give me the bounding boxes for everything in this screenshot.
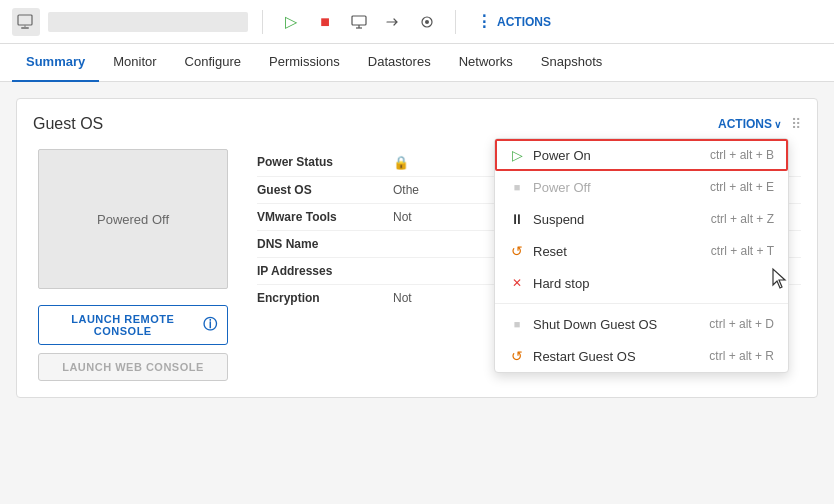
reset-shortcut: ctrl + alt + T bbox=[711, 244, 774, 258]
svg-rect-0 bbox=[18, 15, 32, 25]
shutdown-guest-icon: ■ bbox=[509, 316, 525, 332]
power-off-label: Power Off bbox=[533, 180, 591, 195]
card-header: Guest OS ACTIONS ∨ ⠿ bbox=[33, 115, 801, 133]
divider bbox=[262, 10, 263, 34]
power-status-value: 🔒 bbox=[393, 155, 409, 170]
menu-item-shutdown-guest-left: ■ Shut Down Guest OS bbox=[509, 316, 657, 332]
restart-guest-shortcut: ctrl + alt + R bbox=[709, 349, 774, 363]
grid-icon[interactable]: ⠿ bbox=[791, 116, 801, 132]
info-icon: ⓘ bbox=[203, 316, 218, 334]
card-header-right: ACTIONS ∨ ⠿ bbox=[718, 116, 801, 132]
menu-item-restart-guest-left: ↺ Restart Guest OS bbox=[509, 348, 636, 364]
launch-web-label: LAUNCH WEB CONSOLE bbox=[62, 361, 204, 373]
guest-os-value: Othe bbox=[393, 183, 419, 197]
menu-item-shutdown-guest[interactable]: ■ Shut Down Guest OS ctrl + alt + D bbox=[495, 308, 788, 340]
vm-name bbox=[48, 12, 248, 32]
encryption-value: Not bbox=[393, 291, 412, 305]
reset-icon: ↺ bbox=[509, 243, 525, 259]
migrate-button[interactable] bbox=[379, 8, 407, 36]
svg-rect-1 bbox=[21, 27, 29, 29]
actions-button[interactable]: ⋮ ACTIONS bbox=[470, 8, 557, 35]
play-button[interactable]: ▷ bbox=[277, 8, 305, 36]
dns-name-label: DNS Name bbox=[257, 237, 377, 251]
menu-item-reset[interactable]: ↺ Reset ctrl + alt + T bbox=[495, 235, 788, 267]
main-content: Guest OS ACTIONS ∨ ⠿ Powered Off LAUNCH … bbox=[0, 82, 834, 504]
power-on-shortcut: ctrl + alt + B bbox=[710, 148, 774, 162]
menu-item-reset-left: ↺ Reset bbox=[509, 243, 567, 259]
tab-snapshots[interactable]: Snapshots bbox=[527, 44, 616, 82]
dots-icon: ⋮ bbox=[476, 12, 493, 31]
power-dropdown-menu: ▷ Power On ctrl + alt + B ■ Power Off ct… bbox=[494, 138, 789, 373]
card-actions-chevron: ∨ bbox=[774, 119, 781, 130]
vmware-tools-value: Not bbox=[393, 210, 412, 224]
vmware-tools-label: VMware Tools bbox=[257, 210, 377, 224]
reset-label: Reset bbox=[533, 244, 567, 259]
divider2 bbox=[455, 10, 456, 34]
restart-guest-icon: ↺ bbox=[509, 348, 525, 364]
nav-tabs: Summary Monitor Configure Permissions Da… bbox=[0, 44, 834, 82]
vm-screen: Powered Off bbox=[38, 149, 228, 289]
hard-stop-icon: ✕ bbox=[509, 275, 525, 291]
vm-icon bbox=[12, 8, 40, 36]
toolbar: ▷ ■ ⋮ ACTIONS bbox=[0, 0, 834, 44]
ip-addresses-label: IP Addresses bbox=[257, 264, 377, 278]
menu-item-restart-guest[interactable]: ↺ Restart Guest OS ctrl + alt + R bbox=[495, 340, 788, 372]
power-status-label: Power Status bbox=[257, 155, 377, 169]
power-off-icon: ■ bbox=[509, 179, 525, 195]
tab-permissions[interactable]: Permissions bbox=[255, 44, 354, 82]
hard-stop-label: Hard stop bbox=[533, 276, 589, 291]
dropdown-divider bbox=[495, 303, 788, 304]
svg-point-6 bbox=[425, 20, 429, 24]
menu-item-power-off: ■ Power Off ctrl + alt + E bbox=[495, 171, 788, 203]
tab-networks[interactable]: Networks bbox=[445, 44, 527, 82]
snapshot-button[interactable] bbox=[413, 8, 441, 36]
stop-button[interactable]: ■ bbox=[311, 8, 339, 36]
launch-web-console-button: LAUNCH WEB CONSOLE bbox=[38, 353, 228, 381]
tab-configure[interactable]: Configure bbox=[171, 44, 255, 82]
menu-item-power-on[interactable]: ▷ Power On ctrl + alt + B bbox=[495, 139, 788, 171]
toolbar-action-buttons: ▷ ■ bbox=[277, 8, 441, 36]
menu-item-suspend[interactable]: ⏸ Suspend ctrl + alt + Z bbox=[495, 203, 788, 235]
restart-guest-label: Restart Guest OS bbox=[533, 349, 636, 364]
suspend-icon: ⏸ bbox=[509, 211, 525, 227]
power-on-icon: ▷ bbox=[509, 147, 525, 163]
menu-item-hard-stop-left: ✕ Hard stop bbox=[509, 275, 589, 291]
actions-label: ACTIONS bbox=[497, 15, 551, 29]
power-off-shortcut: ctrl + alt + E bbox=[710, 180, 774, 194]
card-actions-button[interactable]: ACTIONS ∨ bbox=[718, 117, 781, 131]
menu-item-power-off-left: ■ Power Off bbox=[509, 179, 591, 195]
lock-icon: 🔒 bbox=[393, 155, 409, 170]
menu-item-hard-stop[interactable]: ✕ Hard stop bbox=[495, 267, 788, 299]
suspend-label: Suspend bbox=[533, 212, 584, 227]
guest-os-label: Guest OS bbox=[257, 183, 377, 197]
menu-item-suspend-left: ⏸ Suspend bbox=[509, 211, 584, 227]
vm-preview: Powered Off LAUNCH REMOTE CONSOLE ⓘ LAUN… bbox=[33, 149, 233, 381]
svg-rect-3 bbox=[352, 16, 366, 25]
power-on-label: Power On bbox=[533, 148, 591, 163]
encryption-label: Encryption bbox=[257, 291, 377, 305]
launch-remote-console-button[interactable]: LAUNCH REMOTE CONSOLE ⓘ bbox=[38, 305, 228, 345]
shutdown-guest-label: Shut Down Guest OS bbox=[533, 317, 657, 332]
shutdown-guest-shortcut: ctrl + alt + D bbox=[709, 317, 774, 331]
launch-remote-label: LAUNCH REMOTE CONSOLE bbox=[49, 313, 197, 337]
suspend-shortcut: ctrl + alt + Z bbox=[711, 212, 774, 226]
menu-item-power-on-left: ▷ Power On bbox=[509, 147, 591, 163]
card-actions-label: ACTIONS bbox=[718, 117, 772, 131]
tab-summary[interactable]: Summary bbox=[12, 44, 99, 82]
tab-monitor[interactable]: Monitor bbox=[99, 44, 170, 82]
card-title: Guest OS bbox=[33, 115, 103, 133]
remote-console-button[interactable] bbox=[345, 8, 373, 36]
tab-datastores[interactable]: Datastores bbox=[354, 44, 445, 82]
